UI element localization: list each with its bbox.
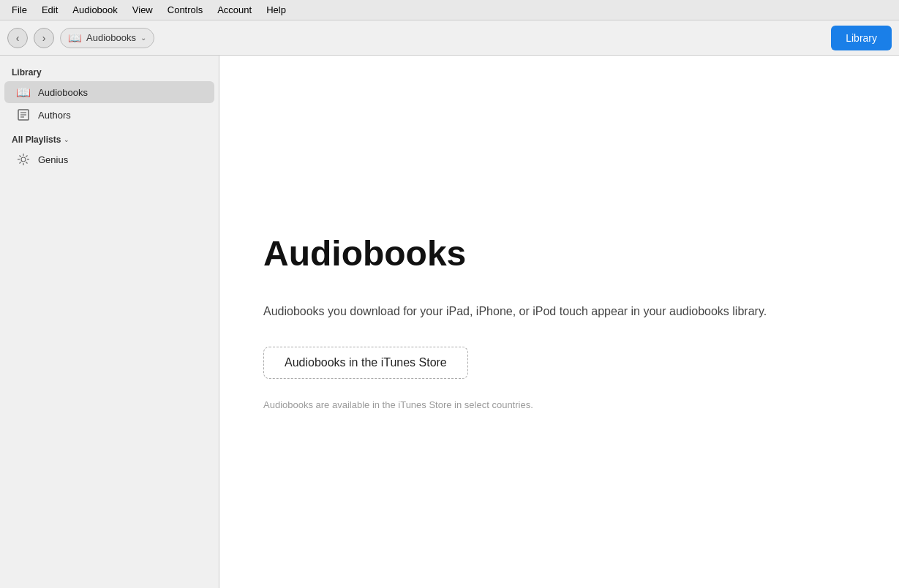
location-label: Audiobooks [86,32,136,43]
content-inner: Audiobooks Audiobooks you download for y… [263,233,767,410]
svg-line-11 [26,156,27,157]
library-button[interactable]: Library [831,26,892,50]
menu-controls[interactable]: Controls [162,3,208,17]
library-section-label: Library [0,64,219,80]
sidebar-item-genius[interactable]: Genius [4,148,214,170]
content-title: Audiobooks [263,233,767,274]
back-button[interactable]: ‹ [7,28,28,48]
sidebar-item-authors[interactable]: Authors [4,104,214,126]
menu-edit[interactable]: Edit [36,3,64,17]
menu-account[interactable]: Account [211,3,257,17]
menu-audiobook[interactable]: Audiobook [67,3,123,17]
menu-bar: File Edit Audiobook View Controls Accoun… [0,0,899,20]
authors-icon [16,108,31,122]
svg-line-12 [20,162,21,163]
sidebar-audiobooks-label: Audiobooks [38,87,88,98]
sidebar-authors-label: Authors [38,110,71,121]
genius-icon [16,152,31,167]
svg-point-4 [21,157,26,162]
menu-file[interactable]: File [6,3,33,17]
playlists-chevron-icon: ⌄ [64,136,69,143]
itunes-store-button[interactable]: Audiobooks in the iTunes Store [263,347,468,379]
sidebar: Library 📖 Audiobooks Authors All Playlis… [0,56,219,588]
sidebar-item-audiobooks[interactable]: 📖 Audiobooks [4,81,214,103]
menu-help[interactable]: Help [260,3,292,17]
location-pill[interactable]: 📖 Audiobooks ⌄ [60,28,154,48]
playlists-section-header[interactable]: All Playlists ⌄ [0,129,219,148]
content-footnote: Audiobooks are available in the iTunes S… [263,399,767,410]
toolbar: ‹ › 📖 Audiobooks ⌄ Library [0,20,899,56]
svg-line-9 [20,156,21,157]
content-area: Audiobooks Audiobooks you download for y… [219,56,899,588]
svg-line-10 [26,162,27,163]
location-chevron-icon: ⌄ [140,34,146,42]
location-icon: 📖 [68,31,82,45]
playlists-section-label: All Playlists [12,135,61,145]
menu-view[interactable]: View [127,3,159,17]
main-layout: Library 📖 Audiobooks Authors All Playlis… [0,56,899,588]
sidebar-genius-label: Genius [38,154,68,165]
forward-button[interactable]: › [34,28,54,48]
content-description: Audiobooks you download for your iPad, i… [263,303,767,320]
audiobooks-icon: 📖 [16,85,31,99]
